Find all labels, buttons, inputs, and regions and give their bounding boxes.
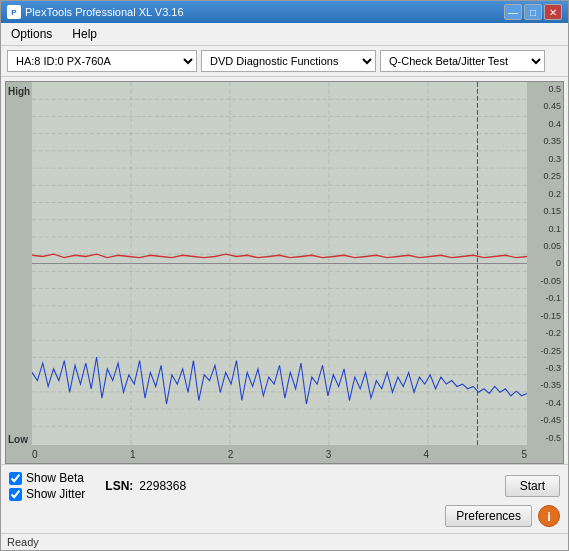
bottom-label-0: 0 [32,449,38,460]
axis-label-n025: -0.25 [529,346,561,356]
bottom-label-5: 5 [521,449,527,460]
show-beta-label: Show Beta [26,471,84,485]
status-text: Ready [7,536,39,548]
axis-label-n015: -0.15 [529,311,561,321]
toolbar: HA:8 ID:0 PX-760A DVD Diagnostic Functio… [1,46,568,77]
lsn-value: 2298368 [139,479,186,493]
menu-bar: Options Help [1,23,568,46]
right-axis: 0.5 0.45 0.4 0.35 0.3 0.25 0.2 0.15 0.1 … [527,82,563,445]
close-button[interactable]: ✕ [544,4,562,20]
app-icon: P [7,5,21,19]
axis-label-01: 0.1 [529,224,561,234]
jitter-line [32,357,527,404]
status-bar: Ready [1,533,568,550]
axis-label-025: 0.25 [529,171,561,181]
main-window: P PlexTools Professional XL V3.16 — □ ✕ … [0,0,569,551]
bottom-label-4: 4 [424,449,430,460]
axis-label-05: 0.5 [529,84,561,94]
bottom-top-row: Show Beta Show Jitter LSN: 2298368 Start [9,471,560,501]
options-menu[interactable]: Options [5,25,58,43]
bottom-panel: Show Beta Show Jitter LSN: 2298368 Start… [1,464,568,533]
axis-label-04: 0.4 [529,119,561,129]
axis-label-n01: -0.1 [529,293,561,303]
show-jitter-label: Show Jitter [26,487,85,501]
help-menu[interactable]: Help [66,25,103,43]
preferences-button[interactable]: Preferences [445,505,532,527]
info-button[interactable]: i [538,505,560,527]
maximize-button[interactable]: □ [524,4,542,20]
chart-low-label: Low [8,434,28,445]
axis-label-n02: -0.2 [529,328,561,338]
axis-label-015: 0.15 [529,206,561,216]
title-bar: P PlexTools Professional XL V3.16 — □ ✕ [1,1,568,23]
show-jitter-row: Show Jitter [9,487,85,501]
bottom-label-3: 3 [326,449,332,460]
bottom-label-2: 2 [228,449,234,460]
axis-label-n045: -0.45 [529,415,561,425]
axis-label-n035: -0.35 [529,380,561,390]
axis-label-03: 0.3 [529,154,561,164]
axis-label-n05: -0.5 [529,433,561,443]
drive-select[interactable]: HA:8 ID:0 PX-760A [7,50,197,72]
chart-high-label: High [8,86,30,97]
checkboxes: Show Beta Show Jitter [9,471,85,501]
axis-label-n04: -0.4 [529,398,561,408]
chart-area: High Low [5,81,564,464]
bottom-second-row: Preferences i [9,505,560,527]
beta-line [32,254,527,258]
minimize-button[interactable]: — [504,4,522,20]
show-beta-row: Show Beta [9,471,85,485]
axis-label-045: 0.45 [529,101,561,111]
axis-label-n03: -0.3 [529,363,561,373]
lsn-label: LSN: [105,479,133,493]
test-select[interactable]: Q-Check Beta/Jitter Test [380,50,545,72]
chart-svg [32,82,527,445]
window-controls: — □ ✕ [504,4,562,20]
axis-label-005: 0.05 [529,241,561,251]
show-beta-checkbox[interactable] [9,472,22,485]
chart-grid [32,82,527,445]
axis-label-02: 0.2 [529,189,561,199]
bottom-axis: 0 1 2 3 4 5 [32,445,527,463]
function-select[interactable]: DVD Diagnostic Functions [201,50,376,72]
bottom-label-1: 1 [130,449,136,460]
start-button[interactable]: Start [505,475,560,497]
axis-label-0: 0 [529,258,561,268]
window-title: PlexTools Professional XL V3.16 [25,6,504,18]
axis-label-035: 0.35 [529,136,561,146]
lsn-area: LSN: 2298368 [105,479,484,493]
axis-label-n005: -0.05 [529,276,561,286]
show-jitter-checkbox[interactable] [9,488,22,501]
